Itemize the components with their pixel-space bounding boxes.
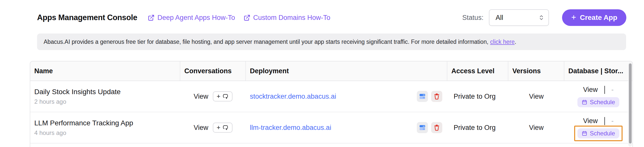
view-conversations-link[interactable]: View (194, 124, 208, 132)
column-header-database-storage: Database | Stor... (564, 61, 632, 81)
app-name: Daily Stock Insights Update (34, 88, 180, 96)
chat-bubble-icon (223, 93, 229, 99)
app-name-cell: Daily Stock Insights Update 2 hours ago (30, 81, 180, 112)
trash-icon (433, 93, 440, 100)
banner-text: Abacus.AI provides a generous free tier … (44, 39, 488, 45)
view-conversations-link[interactable]: View (194, 93, 208, 100)
howto-link-label: Deep Agent Apps How-To (157, 14, 235, 22)
app-updated-time: 4 hours ago (34, 129, 180, 136)
app-name-cell: LLM Performance Tracking App 4 hours ago (30, 112, 180, 143)
schedule-label: Schedule (590, 130, 615, 137)
delete-app-button[interactable] (431, 91, 442, 102)
server-stack-icon (419, 124, 426, 131)
chevron-up-down-icon (539, 14, 544, 21)
trash-icon (433, 124, 440, 131)
apps-table: Name Conversations Deployment Access Lev… (30, 61, 633, 147)
banner-suffix: . (515, 39, 516, 45)
view-database-link[interactable]: View (583, 86, 598, 94)
view-database-link[interactable]: View (583, 117, 598, 125)
versions-cell: View (508, 81, 564, 112)
table-row: Daily Stock Insights Update 2 hours ago … (30, 81, 632, 112)
deployment-url-link[interactable]: llm-tracker.demo.abacus.ai (250, 124, 331, 132)
column-header-conversations: Conversations (180, 61, 246, 81)
app-updated-time: 2 hours ago (34, 98, 180, 105)
create-app-button[interactable]: + Create App (562, 9, 626, 26)
deployment-url-link[interactable]: stocktracker.demo.abacus.ai (250, 93, 336, 100)
click-here-link[interactable]: click here (490, 39, 515, 45)
howto-link-label: Custom Domains How-To (253, 14, 330, 22)
conversations-cell: View + (180, 112, 246, 143)
view-versions-link[interactable]: View (529, 93, 544, 100)
table-header-row: Name Conversations Deployment Access Lev… (30, 61, 632, 81)
schedule-button[interactable]: Schedule (577, 97, 619, 107)
table-row: LLM Performance Tracking App 4 hours ago… (30, 112, 632, 143)
page-title: Apps Management Console (37, 13, 137, 22)
deployment-cell: llm-tracker.demo.abacus.ai (246, 112, 447, 143)
create-app-label: Create App (580, 14, 617, 22)
app-name: LLM Performance Tracking App (34, 119, 180, 127)
status-selected-value: All (495, 14, 503, 22)
status-label: Status: (462, 14, 483, 22)
database-storage-cell: View - Schedule (564, 81, 632, 112)
page-header: Apps Management Console Deep Agent Apps … (37, 7, 626, 28)
vertical-scrollbar[interactable] (629, 63, 632, 143)
plus-icon: + (571, 13, 576, 21)
plus-icon: + (217, 124, 220, 131)
column-header-name: Name (30, 61, 180, 81)
schedule-label: Schedule (590, 99, 615, 106)
deep-agent-apps-howto-link[interactable]: Deep Agent Apps How-To (148, 14, 235, 22)
conversations-cell: View + (180, 81, 246, 112)
server-hosting-button[interactable] (417, 122, 428, 133)
status-filter-select[interactable]: All (489, 9, 549, 26)
free-tier-info-banner: Abacus.AI provides a generous free tier … (37, 33, 626, 50)
versions-cell: View (508, 112, 564, 143)
custom-domains-howto-link[interactable]: Custom Domains How-To (244, 14, 330, 22)
chat-bubble-icon (223, 125, 229, 131)
server-stack-icon (419, 93, 426, 100)
deployment-cell: stocktracker.demo.abacus.ai (246, 81, 447, 112)
access-level-cell: Private to Org (447, 81, 508, 112)
vertical-divider (604, 117, 605, 125)
schedule-button[interactable]: Schedule (577, 128, 619, 138)
storage-empty-value: - (611, 117, 614, 125)
vertical-divider (604, 86, 605, 94)
plus-icon: + (217, 93, 220, 99)
external-link-icon (148, 14, 155, 21)
storage-empty-value: - (611, 86, 614, 94)
calendar-icon (582, 131, 587, 136)
access-level-cell: Private to Org (447, 112, 508, 143)
column-header-access-level: Access Level (447, 61, 508, 81)
external-link-icon (244, 14, 250, 21)
new-conversation-button[interactable]: + (213, 123, 232, 133)
view-versions-link[interactable]: View (529, 124, 544, 132)
delete-app-button[interactable] (431, 122, 442, 133)
new-conversation-button[interactable]: + (213, 91, 232, 101)
database-storage-cell: View - Schedule (564, 112, 632, 143)
calendar-icon (582, 99, 587, 105)
column-header-deployment: Deployment (246, 61, 447, 81)
column-header-versions: Versions (508, 61, 564, 81)
server-hosting-button[interactable] (417, 91, 428, 102)
